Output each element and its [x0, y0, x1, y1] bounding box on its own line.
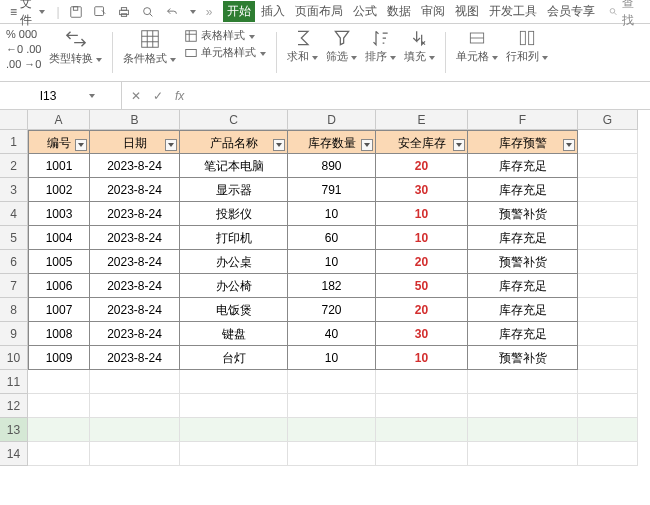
more-icon[interactable]: »: [203, 5, 216, 19]
row-header[interactable]: 3: [0, 178, 28, 202]
cell[interactable]: [90, 394, 180, 418]
col-header-B[interactable]: B: [90, 110, 180, 130]
cell[interactable]: 台灯: [180, 346, 288, 370]
cell[interactable]: 库存充足: [468, 274, 578, 298]
cell[interactable]: [578, 418, 638, 442]
cell[interactable]: 库存充足: [468, 226, 578, 250]
save-as-icon[interactable]: [90, 5, 110, 19]
cell[interactable]: 2023-8-24: [90, 322, 180, 346]
filter-icon[interactable]: [563, 139, 575, 151]
row-header[interactable]: 14: [0, 442, 28, 466]
cell[interactable]: 2023-8-24: [90, 154, 180, 178]
cell[interactable]: 10: [376, 226, 468, 250]
cell[interactable]: 日期: [90, 130, 180, 154]
cell[interactable]: 20: [376, 154, 468, 178]
cond-format-button[interactable]: 条件格式: [123, 28, 176, 77]
name-box-dropdown[interactable]: [88, 89, 95, 103]
cancel-icon[interactable]: ✕: [128, 89, 144, 103]
cell[interactable]: 预警补货: [468, 250, 578, 274]
formula-input[interactable]: [193, 89, 644, 103]
search-button[interactable]: 查找: [603, 0, 646, 29]
cell[interactable]: 1004: [28, 226, 90, 250]
cell[interactable]: 显示器: [180, 178, 288, 202]
cell[interactable]: [578, 130, 638, 154]
cell[interactable]: 办公桌: [180, 250, 288, 274]
cell[interactable]: 10: [288, 346, 376, 370]
row-header[interactable]: 11: [0, 370, 28, 394]
cell[interactable]: 2023-8-24: [90, 178, 180, 202]
col-header-F[interactable]: F: [468, 110, 578, 130]
cell[interactable]: 20: [376, 298, 468, 322]
cell[interactable]: 1005: [28, 250, 90, 274]
cell[interactable]: 890: [288, 154, 376, 178]
fx-icon[interactable]: fx: [172, 89, 187, 103]
name-box-input[interactable]: [8, 89, 88, 103]
filter-icon[interactable]: [273, 139, 285, 151]
cell[interactable]: 1007: [28, 298, 90, 322]
cell[interactable]: [468, 370, 578, 394]
cell[interactable]: [288, 370, 376, 394]
tab-插入[interactable]: 插入: [257, 1, 289, 22]
cell[interactable]: 10: [376, 202, 468, 226]
cell[interactable]: [288, 394, 376, 418]
cell[interactable]: [578, 202, 638, 226]
cells-button[interactable]: 单元格: [456, 28, 498, 77]
cell[interactable]: 791: [288, 178, 376, 202]
cell[interactable]: 50: [376, 274, 468, 298]
cell[interactable]: [28, 418, 90, 442]
cell[interactable]: 1001: [28, 154, 90, 178]
cell[interactable]: 打印机: [180, 226, 288, 250]
cell[interactable]: [578, 298, 638, 322]
cell[interactable]: [28, 394, 90, 418]
row-header[interactable]: 2: [0, 154, 28, 178]
cell[interactable]: [578, 370, 638, 394]
cell[interactable]: 投影仪: [180, 202, 288, 226]
rowcol-button[interactable]: 行和列: [506, 28, 548, 77]
spreadsheet-grid[interactable]: ABCDEFG 1234567891011121314 编号日期产品名称库存数量…: [0, 110, 650, 466]
row-header[interactable]: 4: [0, 202, 28, 226]
cell[interactable]: 2023-8-24: [90, 274, 180, 298]
cell[interactable]: [468, 442, 578, 466]
cell[interactable]: [376, 394, 468, 418]
cell[interactable]: 库存数量: [288, 130, 376, 154]
type-convert-button[interactable]: 类型转换: [49, 28, 102, 77]
cell[interactable]: [90, 418, 180, 442]
name-box[interactable]: [0, 82, 122, 109]
number-format-group[interactable]: % 000 ←0 .00 .00 →0: [6, 28, 41, 77]
cell[interactable]: 182: [288, 274, 376, 298]
col-header-A[interactable]: A: [28, 110, 90, 130]
cell[interactable]: 10: [376, 346, 468, 370]
cell[interactable]: 产品名称: [180, 130, 288, 154]
cell[interactable]: 30: [376, 322, 468, 346]
row-header[interactable]: 9: [0, 322, 28, 346]
cell[interactable]: [578, 178, 638, 202]
cell[interactable]: [90, 442, 180, 466]
cell[interactable]: 1008: [28, 322, 90, 346]
row-header[interactable]: 1: [0, 130, 28, 154]
row-header[interactable]: 8: [0, 298, 28, 322]
cell[interactable]: 2023-8-24: [90, 202, 180, 226]
cell[interactable]: 2023-8-24: [90, 250, 180, 274]
cell[interactable]: 安全库存: [376, 130, 468, 154]
cell[interactable]: 2023-8-24: [90, 298, 180, 322]
print-icon[interactable]: [114, 5, 134, 19]
col-header-D[interactable]: D: [288, 110, 376, 130]
cell[interactable]: 1002: [28, 178, 90, 202]
row-header[interactable]: 10: [0, 346, 28, 370]
cell[interactable]: 10: [288, 202, 376, 226]
filter-icon[interactable]: [361, 139, 373, 151]
undo-dropdown[interactable]: [186, 10, 199, 14]
table-style-button[interactable]: 表格样式: [184, 28, 266, 43]
tab-开发工具[interactable]: 开发工具: [485, 1, 541, 22]
cell[interactable]: [578, 322, 638, 346]
cell[interactable]: 1003: [28, 202, 90, 226]
cell[interactable]: [578, 250, 638, 274]
cell[interactable]: [468, 418, 578, 442]
cell[interactable]: [578, 442, 638, 466]
filter-icon[interactable]: [165, 139, 177, 151]
cell[interactable]: 笔记本电脑: [180, 154, 288, 178]
tab-数据[interactable]: 数据: [383, 1, 415, 22]
tab-开始[interactable]: 开始: [223, 1, 255, 22]
cell[interactable]: 1009: [28, 346, 90, 370]
cell[interactable]: [376, 370, 468, 394]
